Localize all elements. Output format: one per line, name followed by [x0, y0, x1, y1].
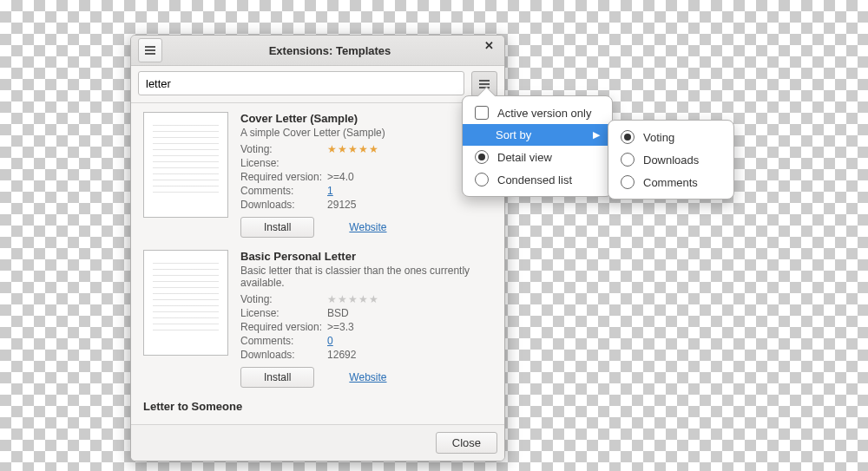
main-menu-button[interactable]: [138, 38, 162, 62]
template-thumbnail[interactable]: [143, 112, 228, 218]
voting-label: Voting:: [240, 292, 327, 306]
template-thumbnail[interactable]: [143, 250, 228, 356]
sort-downloads[interactable]: Downloads: [608, 148, 733, 171]
result-item: Letter to Someone: [143, 400, 492, 413]
result-description: Basic letter that is classier than the o…: [240, 265, 492, 289]
menu-label: Downloads: [643, 154, 699, 167]
extensions-templates-dialog: Extensions: Templates ✕ Cover Letter (Sa…: [130, 35, 505, 461]
checkbox-icon: [475, 106, 489, 120]
menu-label: Active version only: [497, 107, 591, 120]
menu-detail-view[interactable]: Detail view: [463, 146, 612, 168]
dialog-footer: Close: [131, 424, 504, 461]
license-label: License:: [240, 156, 327, 170]
close-window-button[interactable]: ✕: [478, 35, 499, 56]
comments-label: Comments:: [240, 184, 327, 198]
hamburger-icon: [145, 46, 155, 55]
radio-icon: [475, 150, 489, 164]
rating-stars: ★★★★★: [327, 293, 379, 305]
result-title: Basic Personal Letter: [240, 250, 492, 263]
menu-label: Detail view: [497, 151, 552, 164]
menu-label: Comments: [643, 176, 698, 189]
website-link[interactable]: Website: [349, 371, 386, 383]
required-version-label: Required version:: [240, 170, 327, 184]
close-icon: ✕: [484, 39, 494, 52]
search-row: [131, 66, 504, 103]
menu-label: Condensed list: [497, 173, 572, 186]
menu-active-version-only[interactable]: Active version only: [463, 101, 612, 124]
downloads-value: 29125: [327, 198, 385, 212]
submenu-arrow-icon: ▶: [593, 129, 600, 141]
license-value: BSD: [327, 306, 385, 320]
radio-icon: [475, 173, 489, 186]
sort-voting[interactable]: Voting: [608, 126, 733, 148]
close-button[interactable]: Close: [436, 432, 497, 454]
menu-label: Voting: [643, 131, 674, 144]
radio-icon: [621, 175, 635, 189]
license-label: License:: [240, 306, 327, 320]
sort-comments[interactable]: Comments: [608, 171, 733, 193]
search-input[interactable]: [138, 71, 464, 95]
rating-stars: ★★★★★: [327, 143, 379, 155]
radio-icon: [621, 153, 635, 167]
result-description: A simple Cover Letter (Sample): [240, 127, 492, 139]
window-title: Extensions: Templates: [162, 44, 497, 57]
install-button[interactable]: Install: [240, 367, 314, 388]
results-list[interactable]: Cover Letter (Sample) A simple Cover Let…: [131, 103, 504, 424]
website-link[interactable]: Website: [349, 221, 386, 233]
required-version-value: >=4.0: [327, 170, 385, 184]
comments-link[interactable]: 1: [327, 185, 333, 197]
downloads-value: 12692: [327, 348, 385, 362]
result-meta: Cover Letter (Sample) A simple Cover Let…: [240, 112, 492, 238]
menu-label: Sort by: [496, 128, 531, 141]
downloads-label: Downloads:: [240, 198, 327, 212]
required-version-label: Required version:: [240, 320, 327, 334]
comments-label: Comments:: [240, 334, 327, 348]
result-title: Cover Letter (Sample): [240, 112, 492, 125]
menu-sort-by[interactable]: Sort by ▶: [463, 124, 612, 146]
titlebar: Extensions: Templates ✕: [131, 36, 504, 66]
result-title: Letter to Someone: [143, 400, 492, 413]
menu-condensed-list[interactable]: Condensed list: [463, 168, 612, 191]
downloads-label: Downloads:: [240, 348, 327, 362]
voting-label: Voting:: [240, 142, 327, 156]
required-version-value: >=3.3: [327, 320, 385, 334]
comments-link[interactable]: 0: [327, 335, 333, 347]
sort-by-submenu: Voting Downloads Comments: [608, 120, 734, 200]
result-meta: Basic Personal Letter Basic letter that …: [240, 250, 492, 388]
install-button[interactable]: Install: [240, 217, 314, 238]
license-value: [327, 156, 385, 170]
radio-icon: [621, 130, 635, 144]
options-popover: Active version only Sort by ▶ Detail vie…: [462, 95, 613, 197]
result-item: Basic Personal Letter Basic letter that …: [143, 250, 492, 388]
result-item: Cover Letter (Sample) A simple Cover Let…: [143, 112, 492, 238]
